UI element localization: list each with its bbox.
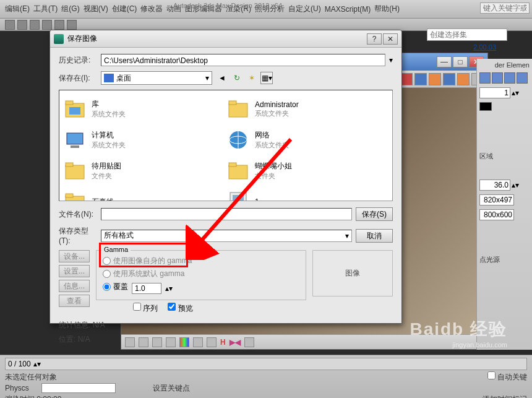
file-type: 系统文件夹 [255,109,299,118]
info-button[interactable]: 信息... [59,280,90,292]
file-icon [226,159,250,183]
menu-item[interactable]: 帮助(H) [374,4,400,14]
rt-swatch-icon[interactable] [429,73,441,85]
dropdown-arrow-icon: ▾ [205,74,209,82]
history-label: 历史记录: [59,55,97,66]
menu-item[interactable]: 编辑(E) [5,4,30,14]
menu-item[interactable]: 自定义(U) [288,4,321,14]
filename-label: 文件名(N): [59,209,97,220]
toolbar-icon[interactable] [67,20,77,30]
dropdown-arrow-icon[interactable]: ▾ [389,56,393,64]
file-item[interactable]: 石膏线 [63,187,225,201]
gamma-radio-override[interactable]: 覆盖 [103,282,128,292]
panel-icon[interactable] [479,72,491,84]
panel-label: 区域 [479,152,530,161]
status-input[interactable] [41,383,116,393]
update-link[interactable]: 2.00.03 [473,43,496,51]
dialog-titlebar[interactable]: 保存图像 ? ✕ [50,30,401,48]
back-icon[interactable]: ◄ [216,72,228,84]
num-input[interactable] [479,180,510,191]
rt-swatch-icon[interactable] [457,73,470,85]
panel-icon[interactable] [517,72,528,84]
menu-item[interactable]: 工具(T) [33,4,58,14]
image-preview-box: 图像 [312,250,393,296]
savein-combo[interactable]: 桌面 ▾ [101,71,212,85]
spinner-input[interactable] [479,87,510,98]
file-item[interactable]: 待用贴图文件夹 [63,156,225,186]
spinner-arrows[interactable]: ▴▾ [512,89,519,97]
up-icon[interactable]: ↻ [231,72,243,84]
autokey-checkbox[interactable]: 自动关键 [487,373,527,381]
svg-rect-12 [229,165,247,179]
savetype-combo[interactable]: 所有格式▾ [101,230,352,242]
close-button[interactable]: ✕ [383,33,398,45]
add-time-tag[interactable]: 添加时间标记 [483,394,527,399]
menu-item[interactable]: 组(G) [61,4,79,14]
save-button[interactable]: 保存(S) [356,207,393,221]
setup-button[interactable]: 设置... [59,265,90,277]
views-icon[interactable]: ▦▾ [260,72,273,84]
setkey-button[interactable]: 设置关键点 [153,384,190,392]
menu-item[interactable]: 修改器 [140,4,163,14]
menu-item[interactable]: 视图(V) [84,4,108,14]
svg-rect-5 [67,133,83,144]
file-name: Administrator [255,100,299,109]
spinner-arrows[interactable]: ▴▾ [512,181,519,189]
file-item[interactable]: Administrator系统文件夹 [226,94,388,124]
menu-item[interactable]: MAXScript(M) [325,5,371,14]
dropdown-arrow-icon: ▾ [345,231,349,240]
svg-rect-13 [229,163,236,167]
toolbar-icon[interactable] [5,20,15,30]
preview-checkbox[interactable]: 预览 [168,303,192,314]
file-item[interactable]: 计算机系统文件夹 [63,125,225,155]
filename-input[interactable] [101,208,352,220]
file-item[interactable]: 1 [226,187,388,201]
color-swatch[interactable] [479,102,492,111]
dim-input[interactable] [479,194,514,205]
desktop-icon [104,74,114,82]
view-button[interactable]: 查看 [59,295,90,307]
svg-rect-4 [229,101,236,105]
file-item[interactable]: 库系统文件夹 [63,94,225,124]
toolbar-icon[interactable] [42,20,52,30]
rt-swatch-icon[interactable] [414,73,427,85]
file-item[interactable]: 网络系统文件夹 [226,125,388,155]
spinner-arrows[interactable]: ▴▾ [33,360,41,368]
command-panel: der Elemen ▴▾ 区域 ▴▾ 点光源 [476,59,532,350]
maximize-button[interactable]: □ [453,56,468,67]
timeline[interactable]: 0 / 100▴▾ [5,358,527,370]
panel-icon[interactable] [504,72,515,84]
rollout-tab[interactable]: der Elemen [479,61,530,69]
toolbar-icon[interactable] [17,20,27,30]
selection-set-input[interactable] [427,28,507,41]
menu-item[interactable]: 创建(C) [112,4,137,14]
gamma-radio-own[interactable]: 使用图像自身的 gamma [103,256,299,266]
search-input[interactable] [480,2,530,14]
help-button[interactable]: ? [367,33,382,45]
device-button[interactable]: 设备... [59,250,90,262]
minimize-button[interactable]: — [437,56,452,67]
gamma-value-input[interactable] [132,283,161,294]
file-icon [226,128,250,152]
rt-swatch-icon[interactable] [443,73,455,85]
file-name: 待用贴图 [92,161,121,171]
savein-label: 保存在(I): [59,73,97,84]
new-folder-icon[interactable]: ✶ [246,72,258,84]
stats-row: 统计信息: N/A [59,320,393,331]
panel-icon[interactable] [492,72,503,84]
gamma-radio-sys[interactable]: 使用系统默认 gamma [103,269,299,279]
toolbar-icon[interactable] [30,20,40,30]
dim-input[interactable] [479,209,514,220]
file-list[interactable]: 库系统文件夹Administrator系统文件夹计算机系统文件夹网络系统文件夹待… [59,90,393,201]
spinner-arrows[interactable]: ▴▾ [165,284,173,293]
history-combo[interactable]: C:\Users\Administrator\Desktop [101,54,385,66]
file-name: 石膏线 [92,197,114,202]
sequence-checkbox[interactable]: 序列 [133,303,158,314]
file-type: 系统文件夹 [92,141,126,150]
dialog-title: 保存图像 [67,33,97,44]
cancel-button[interactable]: 取消 [356,229,393,243]
toolbar-icon[interactable] [54,20,64,30]
rt-swatch-icon[interactable] [400,73,413,85]
file-type: 系统文件夹 [92,110,126,119]
file-item[interactable]: 蝴蝶嘴小姐文件夹 [226,156,388,186]
